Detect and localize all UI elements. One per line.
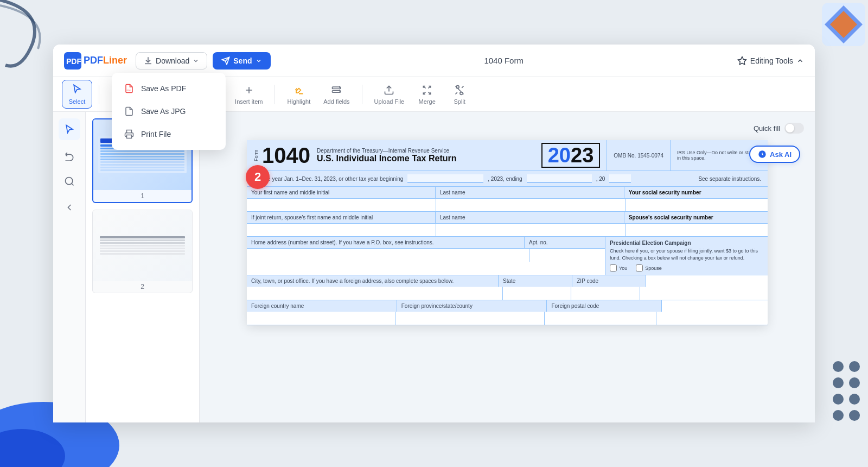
ask-ai-button[interactable]: Ask AI <box>749 146 800 163</box>
presidential-text: Check here if you, or your spouse if fil… <box>610 248 763 261</box>
merge-label: Merge <box>419 98 436 105</box>
split-button[interactable]: Split <box>444 81 475 108</box>
state-label: State <box>499 275 572 287</box>
pdf-document: Ask AI Form 1040 Department of the Treas… <box>247 140 768 325</box>
form-year: 2023 <box>541 143 601 168</box>
foreign-postal-input[interactable] <box>545 312 656 325</box>
foreign-row-inputs <box>247 312 768 325</box>
app-window: PDF PDFLiner Download Send <box>53 45 815 422</box>
print-file-item[interactable]: Print File <box>114 123 224 146</box>
foreign-postal-input-cell <box>545 312 656 325</box>
first-name-input[interactable] <box>247 199 436 211</box>
insert-item-label: Insert item <box>235 98 263 105</box>
quick-fill-bar: Quick fill <box>210 123 804 134</box>
send-button[interactable]: Send <box>213 52 270 70</box>
upload-file-button[interactable]: Upload File <box>369 81 410 108</box>
spouse-ssn-cell <box>626 224 768 236</box>
foreign-country-label: Foreign country name <box>247 300 397 312</box>
foreign-country-input[interactable] <box>247 312 395 325</box>
quick-fill-switch[interactable] <box>784 123 804 134</box>
svg-point-8 <box>849 377 860 388</box>
sidebar-collapse-button[interactable] <box>59 197 80 218</box>
address-apt-inputs <box>247 249 605 262</box>
logo-icon: PDF <box>64 52 81 70</box>
quick-fill-label: Quick fill <box>754 124 780 132</box>
jpg-file-icon <box>124 106 134 116</box>
select-tool-button[interactable]: Select <box>62 80 92 109</box>
presidential-spouse-text: Spouse <box>645 266 662 271</box>
highlight-pen-icon <box>293 85 304 96</box>
apt-label: Apt. no. <box>525 237 605 248</box>
sidebar-search-button[interactable] <box>59 171 80 192</box>
foreign-province-label: Foreign province/state/county <box>397 300 547 312</box>
spouse-first-input[interactable] <box>247 224 436 236</box>
presidential-spouse-checkbox[interactable] <box>636 264 643 272</box>
toolbar-divider-1 <box>99 85 99 104</box>
form-label: Form <box>253 150 259 161</box>
last-name-label: Last name <box>436 187 624 198</box>
city-row-spacer2 <box>640 287 768 300</box>
spouse-last-input[interactable] <box>436 224 625 236</box>
foreign-postal-label: Foreign postal code <box>547 300 662 312</box>
insert-item-button[interactable]: Insert item <box>229 81 268 108</box>
document-title: 1040 Form <box>271 56 737 65</box>
upload-arrow-icon <box>384 85 394 96</box>
last-name-input-cell <box>436 199 626 211</box>
last-name-input[interactable] <box>436 199 625 211</box>
save-as-pdf-item[interactable]: PDF Save As PDF <box>114 77 224 100</box>
ssn-label: Your social security number <box>624 187 768 198</box>
presidential-you-text: You <box>619 266 627 271</box>
foreign-row-labels: Foreign country name Foreign province/st… <box>247 300 768 312</box>
spouse-first-input-cell <box>247 224 436 236</box>
spouse-ssn-input[interactable] <box>626 224 768 236</box>
save-as-jpg-item[interactable]: Save As JPG <box>114 100 224 123</box>
sidebar-undo-button[interactable] <box>59 144 80 166</box>
address-input[interactable] <box>247 249 529 262</box>
zip-input[interactable] <box>571 287 640 300</box>
city-input-cell <box>247 287 503 300</box>
add-fields-button[interactable]: Add fields <box>318 81 355 108</box>
city-row-wrapper: City, town, or post office. If you have … <box>247 275 768 300</box>
city-row-spacer <box>646 275 768 287</box>
name-row: Your first name and middle initial Last … <box>247 187 768 199</box>
year-comma: , 2023, ending <box>488 176 522 182</box>
highlight-button[interactable]: Highlight <box>282 81 316 108</box>
presidential-checkboxes: You Spouse <box>610 264 763 272</box>
form-description: Department of the Treasury—Internal Reve… <box>317 148 457 163</box>
presidential-you-checkbox[interactable] <box>610 264 617 272</box>
merge-button[interactable]: Merge <box>412 81 442 108</box>
download-label: Download <box>156 56 189 65</box>
presidential-campaign-section: Presidential Election Campaign Check her… <box>605 237 768 275</box>
address-row: Home address (number and street). If you… <box>247 237 768 275</box>
apt-input[interactable] <box>529 249 605 262</box>
page-thumbnail-2[interactable]: 2 <box>92 210 193 293</box>
quick-fill-toggle: Quick fill <box>754 123 804 134</box>
state-input[interactable] <box>503 287 571 300</box>
presidential-title: Presidential Election Campaign <box>610 240 763 246</box>
logo: PDF PDFLiner <box>64 52 127 70</box>
select-icon <box>72 84 82 96</box>
pdf-icon: PDF <box>124 83 135 94</box>
left-sidebar <box>53 112 86 422</box>
header: PDF PDFLiner Download Send <box>53 45 815 77</box>
spouse-ssn-label: Spouse's social security number <box>624 212 768 223</box>
download-button[interactable]: Download <box>136 52 207 70</box>
toggle-knob <box>786 124 794 132</box>
save-as-pdf-label: Save As PDF <box>141 84 186 93</box>
sidebar-cursor-button[interactable] <box>59 118 80 140</box>
foreign-province-input[interactable] <box>395 312 544 325</box>
city-input[interactable] <box>247 287 502 300</box>
svg-text:PDF: PDF <box>66 57 81 66</box>
print-file-label: Print File <box>141 130 171 138</box>
name-input-row <box>247 199 768 212</box>
undo-icon <box>64 150 75 161</box>
merge-icon <box>421 84 433 96</box>
add-fields-icon <box>330 84 342 96</box>
ssn-input[interactable] <box>626 199 768 211</box>
send-label: Send <box>233 56 252 65</box>
city-row-inputs <box>247 287 768 300</box>
editing-tools-button[interactable]: Editing Tools <box>737 56 804 66</box>
upload-file-label: Upload File <box>374 98 405 105</box>
merge-arrows-icon <box>422 85 432 96</box>
pdf-file-icon: PDF <box>124 84 134 93</box>
